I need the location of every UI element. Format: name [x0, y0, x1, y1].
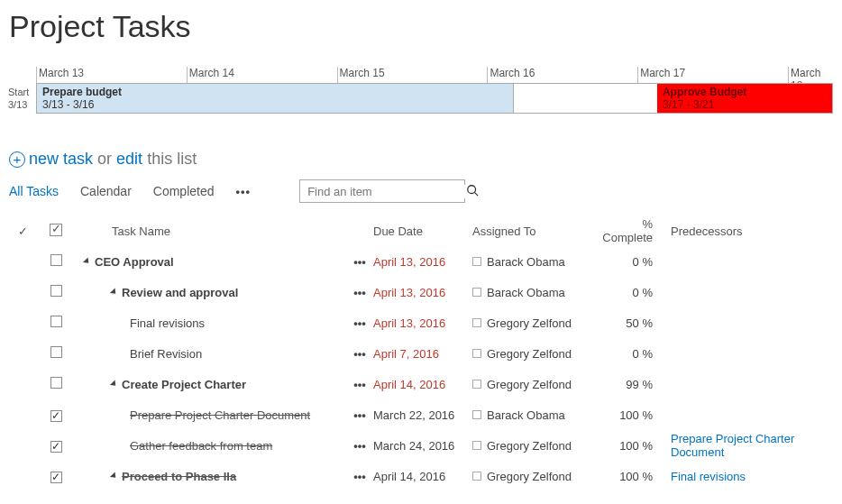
- row-checkbox[interactable]: [50, 316, 62, 327]
- row-menu-icon[interactable]: •••: [346, 347, 373, 361]
- task-name[interactable]: Prepare Project Charter Document: [130, 408, 310, 422]
- header-select-all[interactable]: [50, 224, 62, 236]
- views-more-icon[interactable]: •••: [236, 185, 252, 198]
- header-pct-complete[interactable]: % Complete: [599, 217, 653, 244]
- pct-complete: 0 %: [599, 255, 653, 269]
- row-checkbox[interactable]: [50, 377, 62, 389]
- row-checkbox[interactable]: [50, 441, 62, 453]
- assignee-name[interactable]: Gregory Zelfond: [487, 439, 572, 453]
- pct-complete: 99 %: [599, 378, 653, 391]
- header-predecessors[interactable]: Predecessors: [653, 225, 833, 238]
- table-row[interactable]: Final revisions•••April 13, 2016Gregory …: [9, 307, 833, 338]
- svg-line-1: [475, 192, 479, 196]
- expand-caret-icon[interactable]: [110, 472, 118, 480]
- due-date: March 22, 2016: [373, 408, 472, 422]
- edit-link[interactable]: edit: [116, 150, 142, 169]
- search-box[interactable]: [299, 179, 465, 203]
- table-row[interactable]: Prepare Project Charter Document•••March…: [9, 399, 833, 430]
- table-row[interactable]: CEO Approval•••April 13, 2016Barack Obam…: [9, 246, 833, 277]
- assignee-checkbox[interactable]: [472, 441, 481, 450]
- task-name[interactable]: Create Project Charter: [122, 378, 246, 391]
- plus-icon[interactable]: +: [9, 151, 25, 168]
- timeline-task-prepare-budget[interactable]: Prepare budget 3/13 - 3/16: [37, 84, 514, 113]
- table-row[interactable]: Review and approval•••April 13, 2016Bara…: [9, 277, 833, 307]
- assignee-checkbox[interactable]: [472, 257, 481, 266]
- pct-complete: 100 %: [599, 408, 653, 422]
- row-menu-icon[interactable]: •••: [346, 470, 373, 483]
- search-icon[interactable]: [466, 184, 479, 199]
- assignee-checkbox[interactable]: [472, 472, 481, 481]
- assignee-name[interactable]: Gregory Zelfond: [487, 316, 572, 330]
- assignee-name[interactable]: Gregory Zelfond: [487, 470, 572, 483]
- expand-caret-icon[interactable]: [110, 288, 118, 296]
- predecessor-link[interactable]: Final revisions: [671, 470, 746, 483]
- due-date: April 14, 2016: [373, 470, 472, 483]
- row-menu-icon[interactable]: •••: [346, 439, 373, 453]
- task-name[interactable]: Brief Revision: [130, 347, 202, 361]
- row-checkbox[interactable]: [50, 346, 62, 358]
- row-menu-icon[interactable]: •••: [346, 316, 373, 330]
- expand-caret-icon[interactable]: [83, 257, 91, 265]
- task-bar-name: Approve Budget: [663, 86, 827, 98]
- due-date: April 13, 2016: [373, 255, 472, 269]
- expand-caret-icon[interactable]: [110, 380, 118, 388]
- row-checkbox[interactable]: [50, 285, 62, 297]
- view-completed[interactable]: Completed: [153, 184, 215, 198]
- row-menu-icon[interactable]: •••: [346, 255, 373, 269]
- due-date: April 7, 2016: [373, 347, 472, 361]
- timeline-body[interactable]: Start 3/13 Prepare budget 3/13 - 3/16 Ap…: [36, 83, 833, 114]
- page-title: Project Tasks: [9, 9, 833, 44]
- new-task-link[interactable]: new task: [29, 150, 93, 169]
- view-calendar[interactable]: Calendar: [80, 184, 132, 198]
- assignee-name[interactable]: Barack Obama: [487, 286, 565, 299]
- row-menu-icon[interactable]: •••: [346, 286, 373, 299]
- pct-complete: 100 %: [599, 470, 653, 483]
- assignee-checkbox[interactable]: [472, 349, 481, 358]
- pct-complete: 0 %: [599, 286, 653, 299]
- pct-complete: 100 %: [599, 439, 653, 453]
- row-checkbox[interactable]: [50, 410, 62, 422]
- due-date: April 13, 2016: [373, 316, 472, 330]
- table-row[interactable]: Create Project Charter•••April 14, 2016G…: [9, 369, 833, 399]
- header-due-date[interactable]: Due Date: [373, 225, 472, 238]
- assignee-name[interactable]: Gregory Zelfond: [487, 378, 572, 391]
- task-name[interactable]: CEO Approval: [95, 255, 174, 269]
- timeline-task-approve-budget[interactable]: Approve Budget 3/17 - 3/21: [657, 84, 832, 113]
- task-name[interactable]: Final revisions: [130, 316, 205, 330]
- task-name[interactable]: Gather feedback from team: [130, 439, 272, 453]
- header-select-mark[interactable]: ✓: [9, 225, 36, 238]
- assignee-checkbox[interactable]: [472, 288, 481, 297]
- assignee-name[interactable]: Gregory Zelfond: [487, 347, 572, 361]
- assignee-checkbox[interactable]: [472, 380, 481, 389]
- task-bar-name: Prepare budget: [42, 86, 508, 98]
- timeline-tick: March 16: [487, 67, 637, 83]
- header-task-name[interactable]: Task Name: [76, 225, 346, 238]
- row-checkbox[interactable]: [50, 254, 62, 266]
- table-row[interactable]: Proceed to Phase IIa•••April 14, 2016Gre…: [9, 461, 833, 491]
- view-all-tasks[interactable]: All Tasks: [9, 184, 59, 198]
- views-bar: All Tasks Calendar Completed •••: [9, 179, 833, 203]
- task-table: ✓ Task Name Due Date Assigned To % Compl…: [9, 215, 833, 491]
- assignee-checkbox[interactable]: [472, 410, 481, 419]
- due-date: March 24, 2016: [373, 439, 472, 453]
- assignee-name[interactable]: Barack Obama: [487, 255, 565, 269]
- assignee-name[interactable]: Barack Obama: [487, 408, 565, 422]
- task-bar-range: 3/17 - 3/21: [663, 98, 827, 111]
- svg-point-0: [468, 185, 476, 193]
- predecessor-link[interactable]: Prepare Project Charter Document: [671, 432, 794, 459]
- action-or: or: [97, 150, 112, 169]
- row-menu-icon[interactable]: •••: [346, 408, 373, 422]
- table-row[interactable]: Gather feedback from team•••March 24, 20…: [9, 430, 833, 461]
- timeline-tick: March 17: [637, 67, 788, 83]
- task-name[interactable]: Proceed to Phase IIa: [122, 470, 236, 483]
- table-row[interactable]: Brief Revision•••April 7, 2016Gregory Ze…: [9, 338, 833, 369]
- timeline-start-text: Start: [8, 87, 29, 97]
- assignee-checkbox[interactable]: [472, 318, 481, 327]
- search-input[interactable]: [300, 185, 466, 198]
- row-checkbox[interactable]: [50, 472, 62, 483]
- pct-complete: 0 %: [599, 347, 653, 361]
- timeline-start-label: Start 3/13: [8, 86, 29, 111]
- header-assigned-to[interactable]: Assigned To: [472, 225, 599, 238]
- task-name[interactable]: Review and approval: [122, 286, 238, 299]
- row-menu-icon[interactable]: •••: [346, 378, 373, 391]
